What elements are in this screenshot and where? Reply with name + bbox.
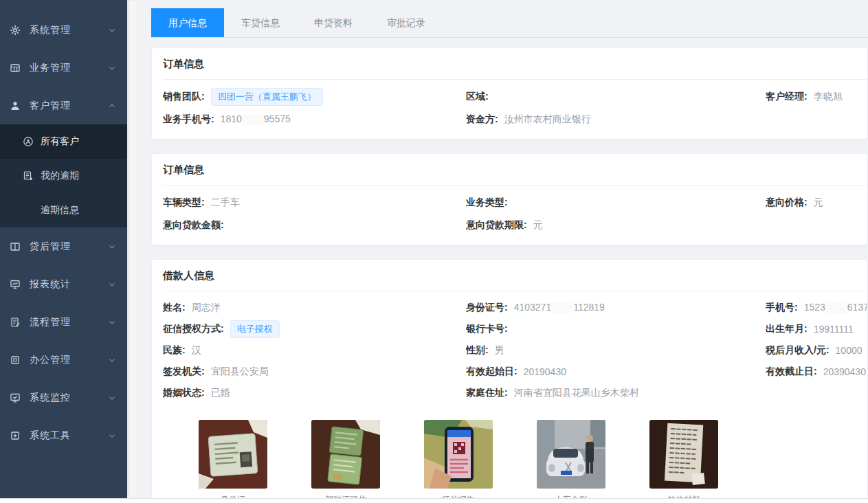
sidebar-item-postloan-management[interactable]: 贷后管理 — [0, 227, 127, 265]
field-value: 已婚 — [211, 387, 230, 399]
masked-digits — [242, 115, 264, 125]
field-label: 业务类型: — [466, 197, 508, 209]
field-empty — [766, 382, 867, 403]
chevron-down-icon — [108, 64, 116, 72]
field-label: 家庭住址: — [466, 387, 508, 399]
tab-approval-records[interactable]: 审批记录 — [370, 8, 443, 37]
field-gender: 性别: 男 — [466, 339, 766, 361]
field-birth-date: 出生年月: 19911111 — [766, 318, 867, 339]
sidebar-item-customer-management[interactable]: 客户管理 — [0, 87, 127, 124]
chart-icon — [10, 279, 21, 290]
field-value: 汉 — [192, 344, 201, 357]
masked-digits — [551, 303, 573, 313]
photo-car-owner[interactable]: 人车合影 — [537, 420, 605, 503]
sidebar-item-system-management[interactable]: 系统管理 — [0, 11, 127, 49]
tab-loan-application-docs[interactable]: 申贷资料 — [297, 8, 370, 37]
handwritten-note-photo — [649, 420, 718, 489]
photo-license-booklet[interactable]: 驾驶证照片 — [311, 420, 380, 503]
field-label: 身份证号: — [466, 302, 508, 314]
field-valid-from: 有效起始日: 20190430 — [466, 361, 766, 382]
main-content: 用户信息 车贷信息 申贷资料 审批记录 订单信息 销售团队: 四团一营（直属王鹏… — [138, 0, 868, 503]
field-value: 20190430 — [524, 366, 566, 377]
field-label: 客户经理: — [766, 91, 808, 103]
field-account-manager: 客户经理: 李晓旭 — [766, 85, 867, 108]
field-ethnicity: 民族: 汉 — [163, 339, 466, 361]
borrower-info-grid: 姓名: 周志洋 身份证号: 4103271112819 手机号: 1523613… — [163, 291, 867, 403]
field-vehicle-type: 车辆类型: 二手车 — [163, 191, 466, 214]
field-label: 销售团队: — [163, 91, 205, 103]
field-label: 意向贷款期限: — [466, 219, 527, 232]
field-value: 河南省宜阳县花果山乡木柴村 — [514, 387, 639, 399]
field-intent-price: 意向价格: 元 — [766, 191, 867, 214]
field-mobile-phone: 手机号: 15236137 — [766, 297, 867, 318]
credit-auth-tag[interactable]: 电子授权 — [230, 320, 280, 338]
box-icon — [10, 355, 21, 366]
sidebar-item-label: 系统工具 — [30, 429, 108, 442]
sidebar-item-my-overdue[interactable]: 我的逾期 — [0, 159, 127, 193]
photo-id-card[interactable]: 身份证 — [199, 420, 267, 503]
sidebar-item-all-customers[interactable]: 所有客户 — [0, 124, 127, 159]
field-bank-card: 银行卡号: — [466, 318, 766, 339]
field-value: 汝州市农村商业银行 — [504, 113, 591, 126]
field-empty — [766, 108, 867, 131]
field-name: 姓名: 周志洋 — [163, 297, 466, 318]
chevron-down-icon — [108, 356, 116, 364]
sidebar-scrollbar[interactable] — [127, 0, 138, 503]
chevron-down-icon — [108, 318, 116, 326]
field-region: 区域: — [466, 85, 766, 108]
field-valid-to: 有效截止日: 20390430 — [766, 361, 867, 382]
field-label: 婚姻状态: — [163, 387, 205, 399]
field-value: 宜阳县公安局 — [211, 366, 269, 378]
monitor-icon — [10, 392, 21, 403]
field-home-address: 家庭住址: 河南省宜阳县花果山乡木柴村 — [466, 382, 766, 403]
sidebar: 系统管理 业务管理 客户管理 所有客户 我的逾期 逾期信息 — [0, 0, 127, 503]
sidebar-item-process-management[interactable]: 流程管理 — [0, 303, 127, 341]
sidebar-item-system-monitor[interactable]: 系统监控 — [0, 379, 127, 416]
chevron-up-icon — [108, 102, 116, 110]
field-label: 税后月收入/元: — [766, 344, 830, 357]
masked-digits — [825, 303, 847, 313]
section-title: 订单信息 — [163, 58, 867, 80]
horizontal-scrollbar[interactable] — [0, 499, 868, 503]
book-icon — [10, 241, 21, 252]
sidebar-item-office-management[interactable]: 办公管理 — [0, 341, 127, 379]
field-label: 意向价格: — [766, 197, 808, 209]
sales-team-tag[interactable]: 四团一营（直属王鹏飞） — [211, 88, 323, 106]
field-intent-loan-term: 意向贷款期限: 元 — [466, 214, 766, 236]
sidebar-item-overdue-info[interactable]: 逾期信息 — [0, 193, 127, 227]
sidebar-item-system-tools[interactable]: 系统工具 — [0, 416, 127, 454]
tab-car-loan-info[interactable]: 车贷信息 — [224, 8, 297, 37]
chevron-down-icon — [108, 432, 116, 440]
field-funder: 资金方: 汝州市农村商业银行 — [466, 108, 766, 131]
sidebar-item-label: 系统监控 — [30, 392, 108, 404]
sidebar-item-business-management[interactable]: 业务管理 — [0, 49, 127, 87]
field-label: 车辆类型: — [163, 197, 205, 209]
car-owner-photo — [537, 420, 605, 489]
order-info-grid: 销售团队: 四团一营（直属王鹏飞） 区域: 客户经理: 李晓旭 业务手机号: 1… — [163, 80, 867, 131]
sidebar-item-label: 逾期信息 — [41, 204, 79, 216]
order-info-card-2: 订单信息 车辆类型: 二手车 业务类型: 意向价格: 元 意向贷款金额: — [151, 153, 868, 245]
field-value: 元 — [533, 219, 543, 232]
app-window: 系统管理 业务管理 客户管理 所有客户 我的逾期 逾期信息 — [0, 0, 868, 503]
order-info-grid-2: 车辆类型: 二手车 业务类型: 意向价格: 元 意向贷款金额: 意向贷款期限: — [163, 186, 867, 236]
field-label: 有效截止日: — [766, 366, 817, 378]
field-label: 资金方: — [466, 113, 498, 126]
section-title: 订单信息 — [163, 164, 867, 186]
field-value: 15236137 — [804, 302, 867, 313]
user-icon — [10, 100, 21, 111]
photo-handwritten-note[interactable]: 其他材料 — [649, 420, 718, 503]
chevron-down-icon — [108, 394, 116, 402]
clipboard-icon — [10, 317, 21, 328]
section-title: 借款人信息 — [163, 269, 867, 291]
sidebar-item-report-statistics[interactable]: 报表统计 — [0, 265, 127, 303]
gear-icon — [10, 25, 21, 36]
tab-user-info[interactable]: 用户信息 — [151, 8, 224, 37]
field-id-number: 身份证号: 4103271112819 — [466, 297, 766, 318]
sidebar-item-label: 流程管理 — [30, 316, 108, 328]
chevron-down-icon — [108, 243, 116, 251]
field-label: 征信授权方式: — [163, 323, 224, 335]
photo-credit-qr[interactable]: 征信报告 — [424, 420, 493, 503]
field-business-type: 业务类型: — [466, 191, 766, 214]
sidebar-item-label: 办公管理 — [30, 354, 108, 366]
sidebar-item-label: 系统管理 — [30, 24, 108, 36]
